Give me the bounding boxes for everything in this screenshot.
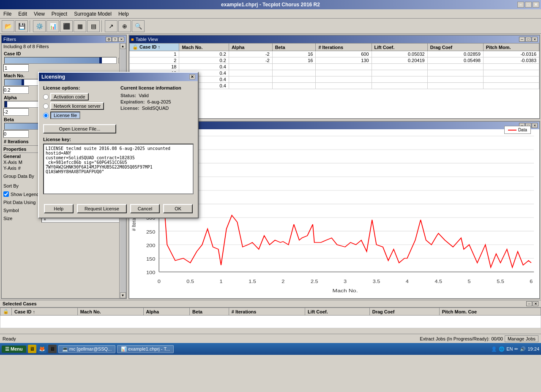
dialog-title-bar: Licensing ✕ [39, 73, 198, 81]
license-row: License: SolidSQUAD [120, 106, 194, 111]
license-key-textarea[interactable]: LICENSE teclmd suite 2016.08 6-aug-2025 … [43, 144, 194, 194]
radio-file: License file [43, 112, 116, 119]
license-options-label: License options: [43, 85, 116, 90]
ok-btn[interactable]: OK [163, 204, 193, 213]
radio-activation: Activation code [43, 93, 116, 101]
expiration-val: 6-aug-2025 [147, 99, 171, 104]
radio-network: Network license server [43, 102, 116, 110]
expiration-key: Expiration: [120, 99, 145, 104]
radio-network-label[interactable]: Network license server [50, 102, 104, 110]
license-val: SolidSQUAD [142, 106, 169, 111]
dialog-body: License options: Activation code Network… [39, 81, 198, 200]
help-btn[interactable]: Help [44, 204, 74, 213]
radio-activation-input[interactable] [43, 94, 49, 100]
dialog-close-btn[interactable]: ✕ [189, 74, 195, 79]
request-license-btn[interactable]: Request License [77, 204, 127, 213]
dialog-right: Current license information Status: Vali… [120, 85, 194, 133]
dialog-cols: License options: Activation code Network… [43, 85, 194, 133]
status-row: Status: Valid [120, 93, 194, 98]
cancel-btn[interactable]: Cancel [130, 204, 160, 213]
radio-activation-label[interactable]: Activation code [50, 93, 89, 101]
open-license-btn[interactable]: Open License File... [43, 124, 116, 133]
status-key: Status: [120, 93, 136, 98]
dialog-left: License options: Activation code Network… [43, 85, 116, 133]
expiration-row: Expiration: 6-aug-2025 [120, 99, 194, 104]
radio-file-label[interactable]: License file [50, 112, 80, 119]
dialog-overlay: Licensing ✕ License options: Activation … [0, 0, 541, 392]
dialog-title-text: Licensing [41, 74, 65, 80]
dialog-buttons: Help Request License Cancel OK [39, 204, 198, 218]
current-info-label: Current license information [120, 85, 194, 90]
licensing-dialog: Licensing ✕ License options: Activation … [38, 72, 199, 218]
radio-network-input[interactable] [43, 103, 49, 109]
license-key-label2: License: [120, 106, 139, 111]
status-val: Valid [139, 93, 149, 98]
radio-file-input[interactable] [43, 113, 49, 118]
license-key-section-label: License key: [43, 137, 194, 142]
